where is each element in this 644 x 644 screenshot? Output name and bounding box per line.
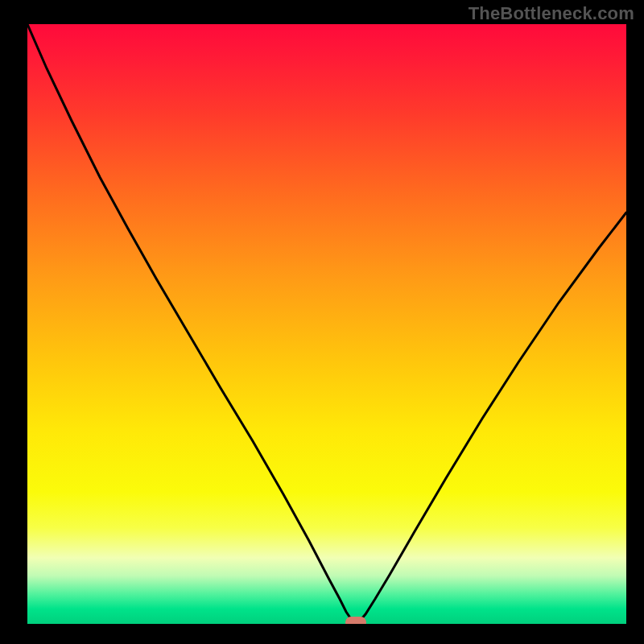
- bottleneck-curve: [27, 24, 626, 622]
- curve-svg: [27, 24, 626, 624]
- chart-frame: TheBottleneck.com: [0, 0, 644, 644]
- min-point-marker: [345, 617, 366, 624]
- plot-area: [27, 24, 626, 624]
- watermark-text: TheBottleneck.com: [469, 3, 634, 24]
